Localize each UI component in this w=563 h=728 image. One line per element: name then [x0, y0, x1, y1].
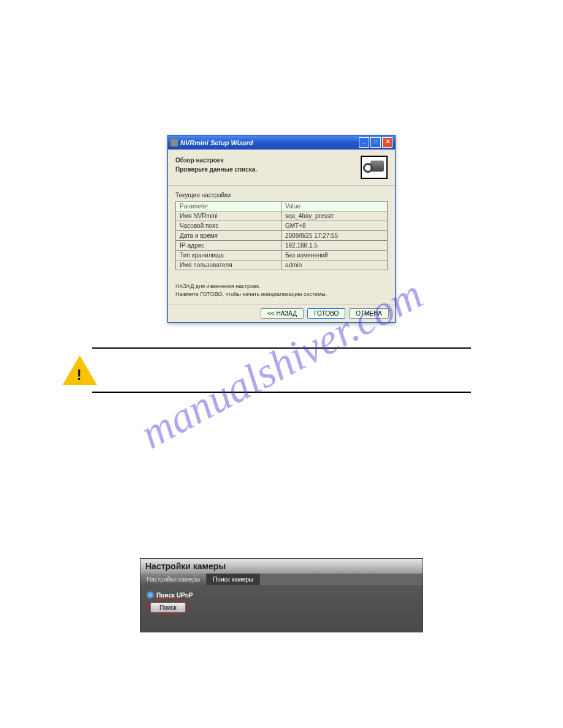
col-parameter: Parameter: [176, 202, 282, 211]
table-row: IP-адрес192.168.1.5: [176, 241, 388, 251]
col-value: Value: [281, 202, 387, 211]
warning-icon: [63, 355, 97, 385]
camera-icon: [361, 156, 388, 179]
table-row: Имя NVRminisqa_4bay_presstr: [176, 211, 388, 221]
section-label: Текущие настройки: [175, 192, 388, 199]
header-subtitle: Проверьте данные списка.: [175, 165, 257, 174]
cancel-button[interactable]: ОТМЕНА: [349, 308, 389, 319]
maximize-button[interactable]: □: [370, 137, 381, 148]
hint-finish: Нажмите ГОТОВО, чтобы начать инициализац…: [175, 290, 388, 298]
app-icon: [170, 139, 178, 146]
window-title: NVRmini Setup Wizard: [180, 139, 253, 146]
tab-camera-search[interactable]: Поиск камеры: [207, 574, 260, 585]
table-row: Часовой поясGMT+8: [176, 221, 388, 231]
setup-wizard-window: NVRmini Setup Wizard _ □ ✕ Обзор настрое…: [167, 135, 396, 323]
table-row: Имя пользователяadmin: [176, 260, 388, 270]
back-button[interactable]: << НАЗАД: [261, 308, 304, 319]
camera-settings-panel: Настройки камеры Настройки камеры Поиск …: [140, 558, 423, 632]
highlight-ring: Поиск: [147, 599, 190, 615]
warning-section: [92, 347, 471, 393]
upnp-label: Поиск UPnP: [156, 592, 193, 599]
close-button[interactable]: ✕: [382, 137, 393, 148]
table-row: Тип хранилищаБез изменений: [176, 251, 388, 260]
search-button[interactable]: Поиск: [150, 602, 186, 613]
hint-back: НАЗАД для изменения настроек.: [175, 282, 388, 290]
tab-camera-settings[interactable]: Настройки камеры: [140, 574, 207, 585]
finish-button[interactable]: ГОТОВО: [307, 308, 345, 319]
panel-title: Настройки камеры: [140, 559, 423, 574]
header-title: Обзор настроек: [175, 156, 257, 165]
table-row: Дата и время2008/8/25 17:27:55: [176, 231, 388, 241]
minimize-button[interactable]: _: [359, 137, 369, 148]
globe-icon: [147, 591, 154, 599]
settings-table: ParameterValue Имя NVRminisqa_4bay_press…: [175, 201, 388, 270]
titlebar[interactable]: NVRmini Setup Wizard _ □ ✕: [168, 135, 395, 150]
